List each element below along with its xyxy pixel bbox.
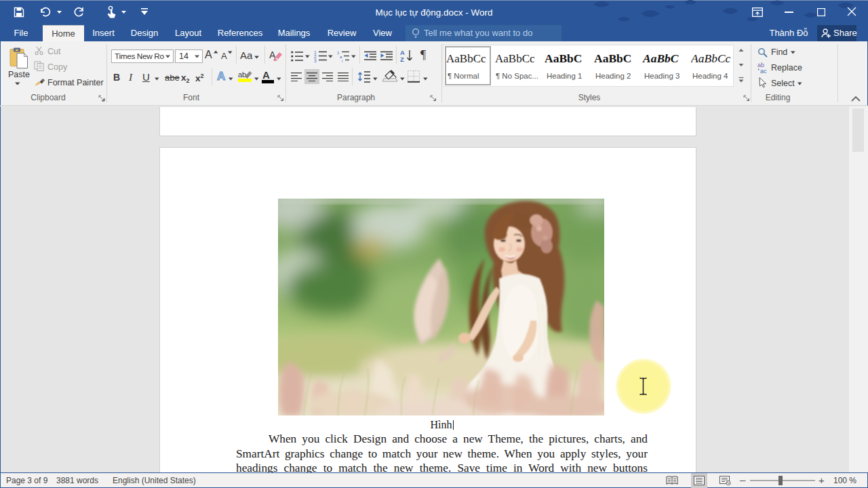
svg-text:Z: Z [400,56,404,63]
svg-text:ac: ac [760,68,767,74]
svg-text:3: 3 [314,58,317,62]
svg-text:ab: ab [238,70,246,79]
svg-text:i: i [342,59,342,62]
